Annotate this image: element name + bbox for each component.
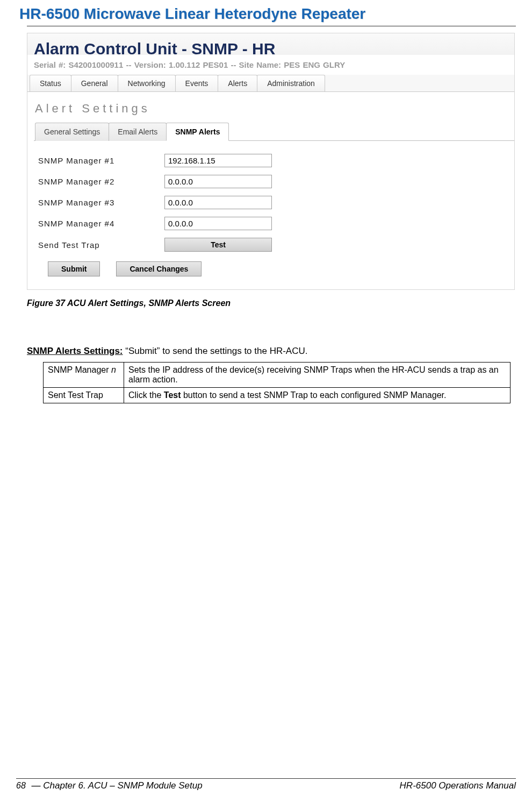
test-button[interactable]: Test	[164, 238, 272, 252]
tab-status[interactable]: Status	[30, 75, 71, 91]
label-snmp-manager-4: SNMP Manager #4	[38, 219, 164, 228]
settings-line: SNMP Alerts Settings: “Submit” to send t…	[27, 346, 516, 357]
subtab-email-alerts[interactable]: Email Alerts	[109, 123, 167, 141]
input-snmp-manager-3[interactable]	[164, 196, 272, 209]
main-tab-bar: Status General Networking Events Alerts …	[27, 75, 514, 92]
cell-sent-test-trap-desc: Click the Test button to send a test SNM…	[124, 388, 511, 403]
row-send-test-trap: Send Test Trap Test	[38, 238, 514, 252]
document-title: HR-6500 Microwave Linear Heterodyne Repe…	[19, 5, 516, 23]
settings-line-title: SNMP Alerts Settings:	[27, 346, 123, 356]
input-snmp-manager-2[interactable]	[164, 175, 272, 188]
row-snmp-manager-3: SNMP Manager #3	[38, 196, 514, 209]
acu-subtitle: Serial #: S42001000911 -- Version: 1.00.…	[27, 58, 514, 75]
acu-title: Alarm Control Unit - SNMP - HR	[27, 40, 514, 58]
tab-events[interactable]: Events	[175, 75, 219, 91]
cell-snmp-manager-desc: Sets the IP address of the device(s) rec…	[124, 363, 511, 388]
settings-line-rest: “Submit” to send the settings to the HR-…	[123, 346, 308, 356]
label-snmp-manager-3: SNMP Manager #3	[38, 198, 164, 207]
cell-snmp-manager: SNMP Manager n	[44, 363, 124, 388]
label-snmp-manager-2: SNMP Manager #2	[38, 177, 164, 186]
cancel-button[interactable]: Cancel Changes	[116, 261, 202, 276]
subtab-snmp-alerts[interactable]: SNMP Alerts	[166, 123, 229, 141]
submit-button[interactable]: Submit	[48, 261, 100, 276]
figure-caption: Figure 37 ACU Alert Settings, SNMP Alert…	[27, 299, 516, 308]
section-heading: Alert Settings	[27, 92, 514, 122]
row-snmp-manager-2: SNMP Manager #2	[38, 175, 514, 188]
input-snmp-manager-4[interactable]	[164, 217, 272, 230]
embedded-screenshot: Alarm Control Unit - SNMP - HR Serial #:…	[27, 33, 515, 290]
tab-networking[interactable]: Networking	[118, 75, 176, 91]
footer-right: HR-6500 Operations Manual	[400, 780, 516, 791]
label-snmp-manager-1: SNMP Manager #1	[38, 156, 164, 165]
row-snmp-manager-4: SNMP Manager #4	[38, 217, 514, 230]
tab-alerts[interactable]: Alerts	[218, 75, 257, 91]
page-footer: 68 — Chapter 6. ACU – SNMP Module Setup …	[16, 778, 516, 791]
title-rule	[27, 26, 516, 26]
form-area: SNMP Manager #1 SNMP Manager #2 SNMP Man…	[27, 141, 514, 282]
sub-tab-bar: General Settings Email Alerts SNMP Alert…	[34, 122, 514, 141]
action-row: Submit Cancel Changes	[48, 261, 514, 276]
footer-rule	[16, 778, 516, 779]
label-send-test-trap: Send Test Trap	[38, 240, 164, 250]
cell-sent-test-trap: Sent Test Trap	[44, 388, 124, 403]
subtab-general-settings[interactable]: General Settings	[35, 123, 109, 141]
table-row: Sent Test Trap Click the Test button to …	[44, 388, 511, 403]
input-snmp-manager-1[interactable]	[164, 154, 272, 167]
tab-administration[interactable]: Administration	[257, 75, 325, 91]
row-snmp-manager-1: SNMP Manager #1	[38, 154, 514, 167]
info-table: SNMP Manager n Sets the IP address of th…	[43, 362, 511, 403]
table-row: SNMP Manager n Sets the IP address of th…	[44, 363, 511, 388]
footer-left: 68 — Chapter 6. ACU – SNMP Module Setup	[16, 780, 203, 791]
tab-general[interactable]: General	[71, 75, 118, 91]
page-number: 68	[16, 781, 26, 790]
